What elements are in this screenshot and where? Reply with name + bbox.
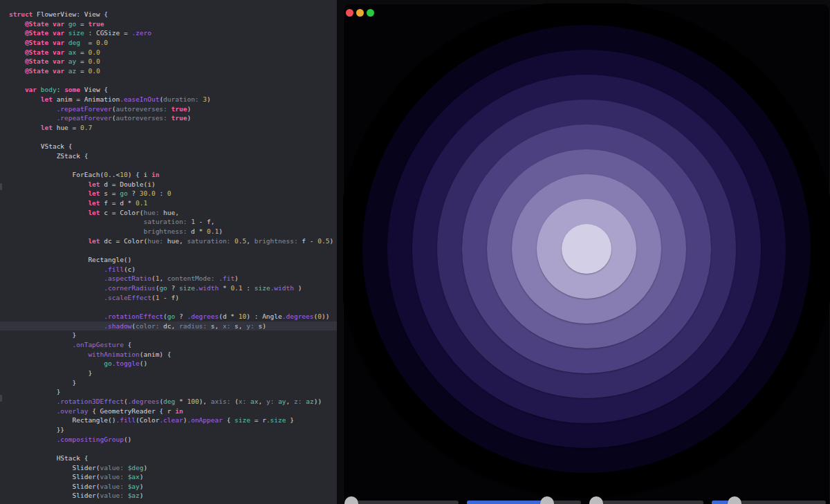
code-line: @State var ay = 0.0 — [9, 57, 337, 66]
code-line: let hue = 0.7 — [9, 123, 337, 133]
code-line: .shadow(color: dc, radius: s, x: s, y: s… — [9, 321, 337, 331]
code-line: .repeatForever(autoreverses: true) — [9, 113, 337, 123]
code-line: .compositingGroup() — [9, 435, 337, 445]
code-line — [9, 444, 337, 454]
code-editor[interactable]: struct FlowerView: View { @State var go … — [0, 0, 337, 504]
code-line: } — [9, 368, 337, 378]
code-line: .repeatForever(autoreverses: true) — [9, 104, 337, 114]
flower-preview[interactable] — [343, 3, 830, 504]
slider-ay[interactable] — [589, 496, 703, 504]
code-line: let c = Color(hue: hue, — [9, 208, 337, 218]
code-line: } — [9, 330, 337, 340]
code-line: brightness: d * 0.1) — [9, 227, 337, 236]
code-line: .overlay { GeometryReader { r in — [9, 407, 337, 416]
code-line: .scaleEffect(1 - f) — [9, 293, 337, 303]
code-line — [9, 245, 337, 255]
code-line — [9, 302, 337, 312]
code-line: withAnimation(anim) { — [9, 350, 337, 360]
slider-ax[interactable] — [467, 496, 581, 504]
code-line: @State var az = 0.0 — [9, 66, 337, 76]
code-line: let f = d * 0.1 — [9, 198, 337, 208]
slider-track[interactable] — [589, 501, 703, 504]
flower-circle — [562, 224, 611, 274]
code-line: let dc = Color(hue: hue, saturation: 0.5… — [9, 236, 337, 246]
code-line: struct FlowerView: View { — [9, 10, 337, 19]
code-line: var body: some View { — [9, 85, 337, 95]
code-line: .aspectRatio(1, contentMode: .fit) — [9, 274, 337, 283]
slider-knob[interactable] — [540, 496, 554, 504]
code-line: Slider(value: $az) — [9, 491, 337, 501]
code-line: } — [9, 387, 337, 397]
code-line: saturation: 1 - f, — [9, 217, 337, 227]
preview-window — [343, 3, 830, 504]
code-line: }} — [9, 425, 337, 435]
code-line: ForEach(0..<10) { i in — [9, 170, 337, 180]
code-line: Slider(value: $deg) — [9, 463, 337, 473]
slider-deg[interactable] — [344, 496, 459, 504]
code-line: Slider(value: $ax) — [9, 472, 337, 482]
code-line: let s = go ? 30.0 : 0 — [9, 189, 337, 198]
code-line: VStack { — [9, 142, 337, 151]
code-line: @State var size : CGSize = .zero — [9, 28, 337, 38]
slider-az[interactable] — [712, 496, 826, 504]
code-line: .onTapGesture { — [9, 340, 337, 350]
code-line: Rectangle() — [9, 255, 337, 265]
code-line: .cornerRadius(go ? size.width * 0.1 : si… — [9, 283, 337, 293]
slider-track[interactable] — [344, 501, 459, 504]
code-line: let anim = Animation.easeInOut(duration:… — [9, 95, 337, 104]
app-screen: struct FlowerView: View { @State var go … — [0, 0, 830, 504]
code-line: go.toggle() — [9, 359, 337, 368]
code-line: let d = Double(i) — [9, 180, 337, 189]
code-line — [9, 161, 337, 171]
code-line: .rotationEffect(go ? .degrees(d * 10) : … — [9, 312, 337, 321]
code-line — [9, 76, 337, 86]
slider-knob[interactable] — [728, 496, 741, 504]
code-line: @State var deg = 0.0 — [9, 38, 337, 48]
slider-fill — [467, 501, 547, 504]
preview-canvas — [337, 0, 830, 504]
code-line: Rectangle().fill(Color.clear).onAppear {… — [9, 416, 337, 425]
slider-knob[interactable] — [344, 496, 358, 504]
code-line: ZStack { — [9, 151, 337, 161]
code-line — [9, 133, 337, 142]
code-line: @State var go = true — [9, 19, 337, 29]
code-line: HStack { — [9, 454, 337, 463]
code-line: @State var ax = 0.0 — [9, 48, 337, 57]
code-line: } — [9, 378, 337, 388]
code-line: .fill(c) — [9, 265, 337, 274]
code-content: struct FlowerView: View { @State var go … — [0, 10, 337, 501]
code-line: Slider(value: $ay) — [9, 482, 337, 492]
code-line: .rotation3DEffect(.degrees(deg * 100), a… — [9, 397, 337, 407]
slider-knob[interactable] — [589, 496, 603, 504]
